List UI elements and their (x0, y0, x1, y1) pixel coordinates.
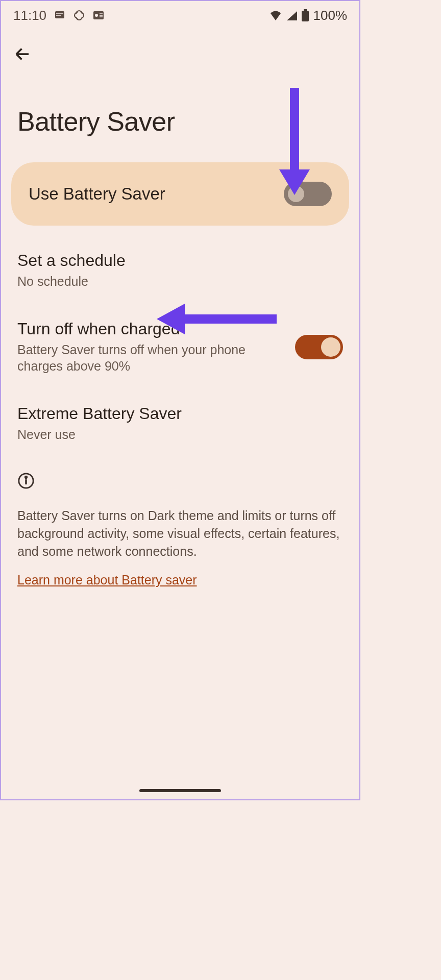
news-icon (92, 10, 105, 21)
svg-rect-0 (55, 11, 64, 18)
svg-point-7 (25, 476, 27, 478)
svg-rect-4 (302, 11, 309, 21)
status-time: 11:10 (13, 8, 46, 23)
turn-off-charged-title: Turn off when charged (17, 320, 285, 338)
set-schedule-item[interactable]: Set a schedule No schedule (17, 251, 343, 290)
page-title: Battery Saver (1, 70, 359, 162)
wifi-icon (270, 10, 282, 20)
extreme-saver-sub: Never use (17, 426, 343, 443)
use-battery-saver-toggle[interactable] (284, 182, 332, 206)
use-battery-saver-label: Use Battery Saver (29, 184, 165, 204)
turn-off-charged-toggle[interactable] (295, 335, 343, 359)
status-right: 100% (270, 8, 348, 23)
extreme-saver-title: Extreme Battery Saver (17, 404, 343, 423)
battery-percent: 100% (313, 8, 348, 23)
svg-point-2 (95, 14, 98, 17)
set-schedule-title: Set a schedule (17, 251, 343, 270)
learn-more-link[interactable]: Learn more about Battery saver (17, 573, 197, 587)
info-text: Battery Saver turns on Dark theme and li… (17, 507, 343, 560)
turn-off-charged-sub: Battery Saver turns off when your phone … (17, 341, 285, 375)
svg-rect-3 (304, 9, 307, 11)
messages-icon (54, 9, 66, 21)
extreme-saver-item[interactable]: Extreme Battery Saver Never use (17, 404, 343, 443)
set-schedule-sub: No schedule (17, 273, 343, 290)
home-indicator[interactable] (139, 789, 221, 792)
settings-list: Set a schedule No schedule Turn off when… (1, 226, 359, 443)
battery-icon (301, 9, 309, 21)
back-button[interactable] (1, 30, 359, 70)
status-left: 11:10 (13, 8, 105, 23)
signal-icon (286, 10, 297, 20)
info-icon (17, 472, 343, 492)
turn-off-charged-item[interactable]: Turn off when charged Battery Saver turn… (17, 320, 343, 375)
info-section: Battery Saver turns on Dark theme and li… (1, 472, 359, 587)
use-battery-saver-card[interactable]: Use Battery Saver (11, 162, 349, 226)
photos-icon (73, 9, 85, 21)
status-bar: 11:10 100% (1, 1, 359, 30)
